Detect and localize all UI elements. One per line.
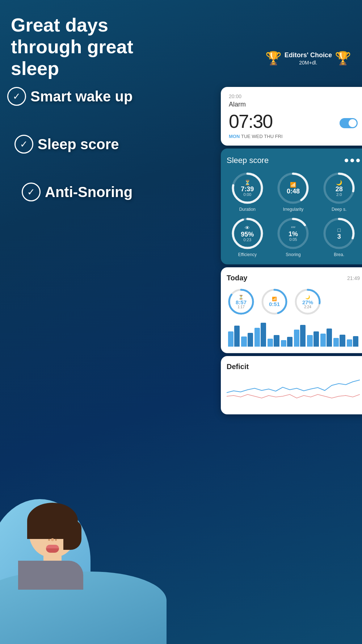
sleep-score-title: Sleep score (227, 156, 269, 165)
alarm-title: Alarm (229, 101, 358, 108)
lips-lower (46, 548, 59, 553)
alarm-time-label: 20:00 (229, 93, 358, 99)
today-deep-sleep-icon: 🌙 (305, 295, 310, 300)
efficiency-main: 95% (241, 231, 254, 238)
deficit-card: Deficit (221, 356, 362, 414)
irregularity-main: 0:48 (287, 188, 300, 195)
metric-duration-inner: ⏳ 7:39 0:00 (230, 171, 265, 205)
breathing-main: 3 (337, 233, 341, 240)
dots-indicator (345, 159, 360, 162)
duration-icon: ⏳ (244, 180, 251, 185)
lips-illustration (46, 545, 59, 553)
today-irregularity-inner: 📶 0:51 (260, 287, 289, 316)
alarm-day-mon: MON (229, 134, 241, 139)
metric-irregularity: 📶 0:48 Irregularity (273, 171, 314, 212)
checkmark-icon-3: ✓ (22, 183, 41, 201)
metric-irregularity-inner: 📶 0:48 (276, 171, 310, 205)
dot-1 (345, 159, 348, 162)
features-list: ✓ Smart wake up ✓ Sleep score ✓ Anti-Sno… (0, 87, 132, 201)
snoring-label: Snoring (286, 252, 300, 257)
badge-title: Editors' Choice (285, 51, 332, 59)
alarm-days: MON TUE WED THU FRI (229, 134, 358, 139)
today-duration-inner: ⏳ 8:57 1:17 (227, 287, 256, 316)
alarm-day-wed: WED (252, 134, 264, 139)
deep-sleep-icon: 🌙 (336, 180, 342, 185)
laurel-left-icon: 🏆 (265, 51, 282, 66)
deficit-chart (227, 375, 360, 411)
feature-label-smart-wake-up: Smart wake up (30, 88, 132, 105)
duration-sub: 0:00 (244, 192, 251, 197)
metric-snoring-inner: ᶻᶻᶻ 1% 0:05 (276, 216, 310, 251)
feature-anti-snoring: ✓ Anti-Snoring (14, 183, 132, 201)
feature-smart-wake-up: ✓ Smart wake up (0, 87, 132, 106)
lips-upper (46, 545, 59, 548)
metric-snoring-circle: ᶻᶻᶻ 1% 0:05 (276, 216, 310, 251)
irregularity-label: Irregularity (283, 207, 304, 212)
dot-2 (350, 159, 354, 162)
metric-snoring: ᶻᶻᶻ 1% 0:05 Snoring (273, 216, 314, 257)
nose-illustration (51, 538, 54, 541)
today-deep-sleep-circle: 🌙 27% 2:24 (293, 287, 322, 316)
breathing-label: Brea. (334, 252, 344, 257)
alarm-toggle[interactable] (340, 118, 358, 128)
metric-breathing-circle: □ 3 (322, 216, 356, 251)
checkmark-icon: ✓ (7, 87, 26, 106)
snoring-sub: 0:05 (289, 237, 297, 242)
checkmark-icon-2: ✓ (14, 135, 33, 154)
today-irregularity-circle: 📶 0:51 (260, 287, 289, 316)
eyebrow-right (58, 528, 68, 530)
metric-deep-sleep-inner: 🌙 28 2:0 (322, 171, 356, 205)
today-header: Today 21:49 (227, 274, 360, 282)
sleep-score-card: Sleep score ⏳ 7:39 0:00 (221, 149, 362, 264)
alarm-day-thu: THU (264, 134, 275, 139)
today-deep-sleep-sub: 2:24 (304, 305, 311, 309)
snoring-icon: ᶻᶻᶻ (291, 225, 295, 230)
efficiency-label: Efficiency (238, 252, 257, 257)
alarm-day-tue: TUE (241, 134, 252, 139)
bar-chart (227, 321, 360, 347)
feature-label-anti-snoring: Anti-Snoring (45, 184, 132, 200)
face-illustration (29, 517, 76, 557)
deep-sleep-label: Deep s. (332, 207, 346, 212)
today-time: 21:49 (347, 275, 360, 281)
metric-irregularity-circle: 📶 0:48 (276, 171, 310, 205)
today-duration-sub: 1:17 (237, 305, 244, 309)
alarm-time-value: 07:30 (229, 110, 272, 132)
today-deep-sleep-main: 27% (302, 300, 313, 305)
laurel-right-icon: 🏆 (335, 51, 351, 66)
irregularity-icon: 📶 (290, 182, 296, 188)
today-duration-icon: ⏳ (239, 295, 244, 300)
metric-deep-sleep: 🌙 28 2:0 Deep s. (318, 171, 360, 212)
metric-efficiency-inner: 👁 95% 0:23 (230, 216, 265, 251)
today-metrics: ⏳ 8:57 1:17 📶 0:51 (227, 287, 360, 316)
today-deep-sleep-inner: 🌙 27% 2:24 (293, 287, 322, 316)
eye-right (59, 532, 69, 534)
metrics-grid: ⏳ 7:39 0:00 Duration 📶 0:48 (227, 171, 360, 257)
badge-subtitle: 20M+dl. (285, 60, 332, 66)
efficiency-icon: 👁 (245, 225, 250, 231)
editors-badge: 🏆 Editors' Choice 20M+dl. 🏆 (265, 51, 351, 66)
feature-label-sleep-score: Sleep score (38, 136, 119, 152)
deficit-title: Deficit (227, 363, 360, 371)
metric-duration-circle: ⏳ 7:39 0:00 (230, 171, 265, 205)
metric-breathing: □ 3 Brea. (318, 216, 360, 257)
metric-breathing-inner: □ 3 (322, 216, 356, 251)
today-title: Today (227, 274, 247, 282)
eye-left (36, 532, 46, 534)
metric-deep-sleep-circle: 🌙 28 2:0 (322, 171, 356, 205)
deep-sleep-sub: 2:0 (336, 192, 342, 197)
metric-duration: ⏳ 7:39 0:00 Duration (227, 171, 268, 212)
efficiency-sub: 0:23 (244, 238, 251, 242)
metric-efficiency: 👁 95% 0:23 Efficiency (227, 216, 268, 257)
alarm-day-fri: FRI (275, 134, 283, 139)
person-illustration (22, 503, 83, 590)
today-duration-circle: ⏳ 8:57 1:17 (227, 287, 256, 316)
duration-main: 7:39 (241, 186, 254, 192)
headline: Great days through great sleep (11, 14, 156, 79)
alarm-time-display: 07:30 (229, 110, 358, 132)
dot-3 (356, 159, 360, 162)
metric-efficiency-circle: 👁 95% 0:23 (230, 216, 265, 251)
alarm-card: 20:00 Alarm 07:30 MON TUE WED THU FRI (221, 87, 362, 146)
deep-sleep-main: 28 (336, 186, 343, 192)
today-irregularity-main: 0:51 (269, 301, 280, 307)
